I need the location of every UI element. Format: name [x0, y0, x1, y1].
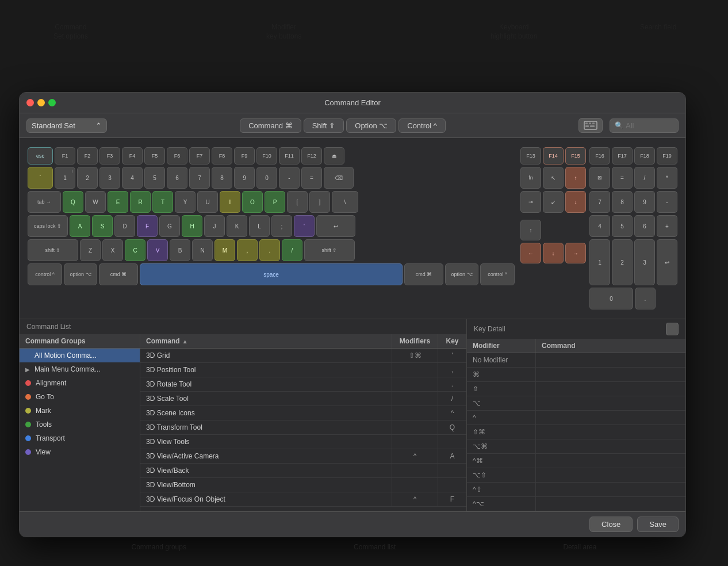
key-comma[interactable]: ,: [237, 239, 258, 261]
key-g[interactable]: G: [159, 215, 180, 237]
key-f2[interactable]: F2: [77, 147, 98, 165]
key-f13[interactable]: F13: [520, 147, 541, 165]
key-t[interactable]: T: [152, 191, 173, 213]
key-backspace[interactable]: ⌫: [324, 167, 354, 189]
key-caps-lock[interactable]: caps lock ⇪: [28, 215, 68, 237]
command-row[interactable]: 3D View Tools: [140, 435, 466, 449]
minimize-traffic-light[interactable]: [37, 99, 45, 106]
key-space[interactable]: space: [140, 263, 403, 285]
key-j[interactable]: J: [204, 215, 225, 237]
key-4[interactable]: 4: [122, 167, 143, 189]
key-v[interactable]: V: [147, 239, 168, 261]
key-u[interactable]: U: [197, 191, 218, 213]
group-item-main-menu[interactable]: ▶ Main Menu Comma...: [20, 362, 140, 376]
key-num-div[interactable]: /: [634, 167, 655, 189]
key-f17[interactable]: F17: [612, 147, 633, 165]
command-row[interactable]: 3D Rotate Tool .: [140, 377, 466, 392]
key-num-0[interactable]: 0: [589, 288, 633, 309]
modifier-btn-shift[interactable]: Shift ⇧: [304, 118, 344, 133]
key-f3[interactable]: F3: [99, 147, 120, 165]
key-control-right[interactable]: control ^: [480, 263, 515, 285]
key-slash[interactable]: /: [282, 239, 302, 261]
key-5[interactable]: 5: [144, 167, 165, 189]
key-e[interactable]: E: [108, 191, 128, 213]
key-f7[interactable]: F7: [189, 147, 210, 165]
save-button[interactable]: Save: [637, 517, 679, 532]
key-del-fwd[interactable]: ⇥: [520, 191, 541, 213]
modifier-btn-control[interactable]: Control ^: [399, 118, 446, 133]
key-w[interactable]: W: [85, 191, 106, 213]
key-home[interactable]: ↖: [543, 167, 564, 189]
key-r[interactable]: R: [130, 191, 151, 213]
key-f18[interactable]: F18: [634, 147, 655, 165]
key-eject[interactable]: ⏏: [324, 147, 344, 165]
key-1[interactable]: !1: [55, 167, 75, 189]
key-num-1[interactable]: 1: [589, 239, 610, 285]
key-9[interactable]: 9: [234, 167, 255, 189]
key-b[interactable]: B: [170, 239, 190, 261]
key-control-left[interactable]: control ^: [28, 263, 62, 285]
key-8[interactable]: 8: [212, 167, 232, 189]
command-row[interactable]: 3D View/Bottom: [140, 478, 466, 492]
key-fn[interactable]: fn: [520, 167, 541, 189]
key-o[interactable]: O: [242, 191, 263, 213]
key-backtick[interactable]: `: [28, 167, 53, 189]
key-2[interactable]: 2: [77, 167, 98, 189]
col-header-command[interactable]: Command ▲: [140, 334, 392, 348]
key-num-4[interactable]: 4: [589, 215, 610, 237]
key-f1[interactable]: F1: [55, 147, 75, 165]
key-page-up[interactable]: ↑: [565, 167, 586, 189]
group-item-view[interactable]: View: [20, 445, 140, 459]
group-item-tools[interactable]: Tools: [20, 418, 140, 431]
key-minus[interactable]: -: [279, 167, 300, 189]
key-num-mul[interactable]: *: [657, 167, 677, 189]
key-arrow-up[interactable]: ↑: [520, 220, 541, 240]
key-num-5[interactable]: 5: [612, 215, 633, 237]
close-traffic-light[interactable]: [26, 99, 34, 106]
key-h[interactable]: H: [182, 215, 202, 237]
key-equals[interactable]: =: [301, 167, 322, 189]
key-num-7[interactable]: 7: [589, 191, 610, 213]
key-quote[interactable]: ': [294, 215, 315, 237]
command-row[interactable]: 3D Grid ⇧⌘ ': [140, 349, 466, 363]
key-tab[interactable]: tab →: [28, 191, 61, 213]
key-f4[interactable]: F4: [122, 147, 143, 165]
group-item-alignment[interactable]: Alignment: [20, 376, 140, 390]
key-esc[interactable]: esc: [28, 147, 53, 165]
command-row[interactable]: 3D Transform Tool Q: [140, 420, 466, 435]
key-cmd-right[interactable]: cmd ⌘: [404, 263, 443, 285]
command-row[interactable]: 3D View/Back: [140, 464, 466, 478]
key-f15[interactable]: F15: [565, 147, 586, 165]
search-input[interactable]: [626, 121, 672, 130]
command-row[interactable]: 3D Scale Tool /: [140, 392, 466, 406]
key-f5[interactable]: F5: [144, 147, 165, 165]
key-p[interactable]: P: [265, 191, 285, 213]
key-f19[interactable]: F19: [657, 147, 677, 165]
command-row[interactable]: 3D Scene Icons ^: [140, 406, 466, 420]
key-k[interactable]: K: [227, 215, 247, 237]
key-num-plus[interactable]: +: [657, 215, 677, 237]
key-option-left[interactable]: option ⌥: [64, 263, 97, 285]
key-m[interactable]: M: [214, 239, 235, 261]
key-n[interactable]: N: [192, 239, 213, 261]
keyboard-highlight-button[interactable]: [578, 118, 603, 133]
key-s[interactable]: S: [92, 215, 113, 237]
key-f6[interactable]: F6: [167, 147, 187, 165]
key-end[interactable]: ↙: [543, 191, 564, 213]
key-page-down[interactable]: ↓: [565, 191, 586, 213]
close-button[interactable]: Close: [589, 517, 633, 532]
key-arrow-right[interactable]: →: [565, 243, 586, 263]
key-shift-right[interactable]: shift ⇧: [304, 239, 355, 261]
key-num-2[interactable]: 2: [612, 239, 633, 285]
key-num-minus[interactable]: -: [657, 191, 677, 213]
key-num-clear[interactable]: ⊠: [589, 167, 610, 189]
key-x[interactable]: X: [102, 239, 123, 261]
modifier-btn-option[interactable]: Option ⌥: [346, 118, 396, 133]
key-c[interactable]: C: [125, 239, 145, 261]
command-set-dropdown[interactable]: Standard Set ⌃: [26, 118, 107, 133]
key-z[interactable]: Z: [80, 239, 101, 261]
key-num-3[interactable]: 3: [634, 239, 655, 285]
key-7[interactable]: 7: [189, 167, 210, 189]
command-row[interactable]: 3D Position Tool ,: [140, 363, 466, 377]
key-y[interactable]: Y: [175, 191, 196, 213]
